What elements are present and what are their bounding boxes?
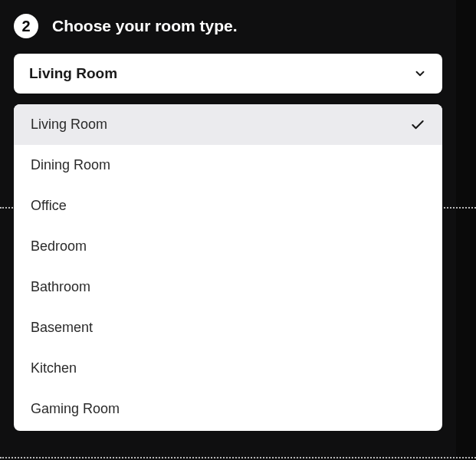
step-number-badge: 2 [14, 14, 38, 38]
step-title: Choose your room type. [52, 17, 238, 35]
step-number: 2 [21, 18, 30, 35]
dropdown-option[interactable]: Kitchen [14, 348, 442, 389]
room-type-dropdown: Living RoomDining RoomOfficeBedroomBathr… [14, 104, 442, 431]
option-label: Living Room [31, 117, 107, 133]
option-label: Dining Room [31, 157, 110, 173]
option-label: Kitchen [31, 360, 77, 376]
dropdown-option[interactable]: Living Room [14, 104, 442, 145]
divider-dashed [0, 457, 476, 458]
option-label: Bathroom [31, 279, 90, 295]
dropdown-option[interactable]: Gaming Room [14, 389, 442, 429]
option-label: Bedroom [31, 238, 87, 255]
room-type-select[interactable]: Living Room [14, 54, 442, 94]
option-label: Basement [31, 320, 93, 336]
step-panel: 2 Choose your room type. Living Room Liv… [0, 0, 456, 460]
dropdown-option[interactable]: Basement [14, 307, 442, 348]
dropdown-option[interactable]: Bedroom [14, 226, 442, 267]
chevron-down-icon [413, 67, 427, 80]
check-icon [410, 117, 425, 133]
step-header: 2 Choose your room type. [14, 14, 442, 38]
dropdown-option[interactable]: Office [14, 186, 442, 226]
dropdown-option[interactable]: Bathroom [14, 267, 442, 307]
option-label: Gaming Room [31, 401, 120, 417]
dropdown-option[interactable]: Dining Room [14, 145, 442, 186]
option-label: Office [31, 198, 67, 214]
select-current-value: Living Room [29, 65, 117, 82]
